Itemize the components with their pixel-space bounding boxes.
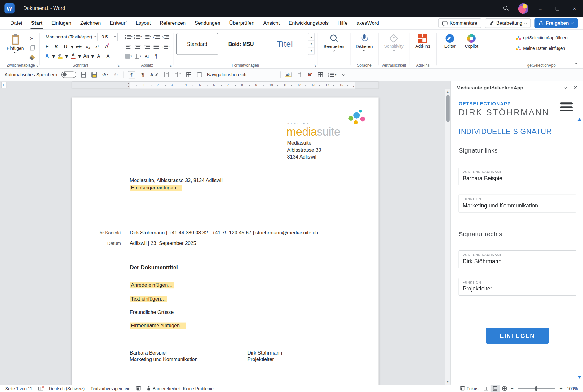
gallery-down-icon[interactable]: ▼ [308,40,314,47]
tab-entwicklungstools[interactable]: Entwicklungstools [284,17,333,29]
gsa-insert-button[interactable]: Meine Daten einfügen [512,44,570,53]
gallery-more-icon[interactable]: ▼ [308,47,314,54]
superscript-button[interactable]: x² [93,42,102,51]
list-styles-button[interactable]: ▾ [328,71,336,78]
page-indicator[interactable]: Seite 1 von 11 [2,385,35,392]
dialog-launcher-icon[interactable]: ↘ [314,63,316,67]
collapse-ribbon-button[interactable] [575,59,580,68]
horizontal-ruler[interactable]: 123456789101112131415 ▾ ▴ ▴ [72,82,379,89]
tab-zeichnen[interactable]: Zeichnen [76,17,105,29]
language-status[interactable]: Deutsch (Schweiz) [46,385,87,392]
hanging-indent-marker[interactable]: ▴ [128,85,130,88]
paragraph-settings-button[interactable]: ¶ [128,71,135,78]
field-right-name[interactable]: VOR- UND NACHNAME Dirk Stöhrmann [459,250,576,268]
tab-datei[interactable]: Datei [6,17,27,29]
undo-button[interactable]: ↺▾ [102,71,109,78]
pane-scroll-up-button[interactable] [577,118,581,121]
pilcrow-button[interactable]: ¶ [139,71,146,78]
comments-button[interactable]: Kommentare [438,18,481,28]
vertical-scrollbar[interactable]: ▲ ▼ [445,89,450,385]
align-center-button[interactable] [134,42,142,51]
text-effects-button[interactable]: A [43,52,51,60]
dialog-launcher-icon[interactable]: ↘ [169,63,172,67]
recipient-placeholder[interactable]: Empfänger einfügen… [130,185,182,191]
word-app-icon[interactable]: W [4,3,14,13]
text-predictions-status[interactable]: Textvorhersagen: ein [88,385,133,392]
font-edit-button[interactable]: A [150,71,159,78]
editing-mode-button[interactable]: Bearbeitung [485,18,531,28]
strikethrough-button[interactable]: ab [74,42,83,51]
tab-einfuegen[interactable]: Einfügen [47,17,76,29]
navigation-pane-checkbox[interactable] [196,71,203,78]
more-commands-button[interactable] [340,71,347,78]
insert-table-button[interactable] [317,71,324,78]
bold-button[interactable]: F [43,42,51,51]
accessibility-status[interactable]: Barrierefreiheit: Keine Probleme [144,385,217,392]
field-left-name[interactable]: VOR- UND NACHNAME Barbara Beispiel [459,168,576,185]
borders-button[interactable]: ▾ [134,52,142,60]
field-left-function[interactable]: FUNKTION Marketing und Kommunikation [459,195,576,213]
line-spacing-button[interactable]: ↕▾ [161,42,170,51]
pane-scroll-down-button[interactable] [577,376,581,378]
tab-stop-selector[interactable]: L [1,82,7,88]
scroll-down-icon[interactable]: ▼ [445,381,450,384]
body-placeholder[interactable]: Text einfügen… [130,296,167,302]
grow-font-button[interactable]: Aˆ [95,52,104,60]
right-indent-marker[interactable]: ▴ [353,85,355,88]
zoom-slider[interactable] [518,388,555,389]
tab-axesword[interactable]: axesWord [352,17,383,29]
share-button[interactable]: Freigeben [535,18,578,28]
style-bold-msu[interactable]: Bold: MSU [220,33,262,55]
hidden-text-button[interactable]: N [307,71,313,78]
company-placeholder[interactable]: Firmenname einfügen… [130,323,186,329]
field-shading-button[interactable] [296,71,303,78]
minimize-button[interactable]: – [532,0,549,17]
format-painter-button[interactable] [28,54,37,62]
maximize-button[interactable] [549,0,566,17]
macro-status[interactable] [133,385,144,392]
one-page-button[interactable] [163,71,170,78]
zoom-level[interactable]: 100% [564,385,581,392]
clear-formatting-button[interactable]: A [102,42,111,51]
autotext-button[interactable]: abl [285,71,292,78]
print-layout-button[interactable] [491,385,500,392]
dialog-launcher-icon[interactable]: ↘ [117,63,120,67]
editing-menu-button[interactable]: Bearbeiten [321,32,347,51]
table-view-button[interactable] [185,71,192,78]
font-color-button[interactable]: A [69,52,77,60]
autosave-toggle[interactable] [61,71,76,78]
field-right-function[interactable]: FUNKTION Projektleiter [459,278,576,296]
save-button[interactable] [80,71,87,78]
taskpane-close-icon[interactable]: ✕ [573,85,578,91]
zoom-in-button[interactable]: + [558,386,564,391]
tab-start[interactable]: Start [27,17,47,29]
hamburger-menu-button[interactable] [560,102,573,111]
tab-ueberpruefen[interactable]: Überprüfen [225,17,259,29]
subscript-button[interactable]: x₂ [84,42,92,51]
search-button[interactable] [497,0,515,17]
close-button[interactable]: × [566,0,583,17]
dialog-launcher-icon[interactable]: ↘ [36,63,38,67]
insert-signature-button[interactable]: EINFÜGEN [486,328,549,344]
dictate-button[interactable]: Diktieren [353,32,375,51]
focus-mode-button[interactable]: Fokus [457,385,481,392]
scroll-up-icon[interactable]: ▲ [445,90,450,93]
salutation-placeholder[interactable]: Anrede einfügen… [130,282,174,288]
spellcheck-status[interactable] [35,385,46,392]
underline-button[interactable]: U [61,42,70,51]
multilevel-list-button[interactable]: ▾ [143,33,152,41]
ruler[interactable]: L 123456789101112131415 ▾ ▴ ▴ [0,81,451,89]
tab-ansicht[interactable]: Ansicht [259,17,284,29]
paste-button[interactable]: Einfügen [5,32,25,62]
shrink-font-button[interactable]: Aˇ [104,52,113,60]
copy-button[interactable] [28,44,37,52]
document-canvas[interactable]: ATELIER mediasuite Mediasuite Albisstras… [0,89,451,385]
addins-button[interactable]: Add-Ins [413,32,433,49]
increase-indent-button[interactable]: › [161,33,170,41]
tab-layout[interactable]: Layout [131,17,155,29]
change-case-button[interactable]: Aa [82,52,91,60]
numbering-button[interactable]: ▾ [134,33,142,41]
redo-button[interactable]: ↻ [113,71,119,78]
tab-referenzen[interactable]: Referenzen [155,17,190,29]
tab-entwurf[interactable]: Entwurf [105,17,131,29]
